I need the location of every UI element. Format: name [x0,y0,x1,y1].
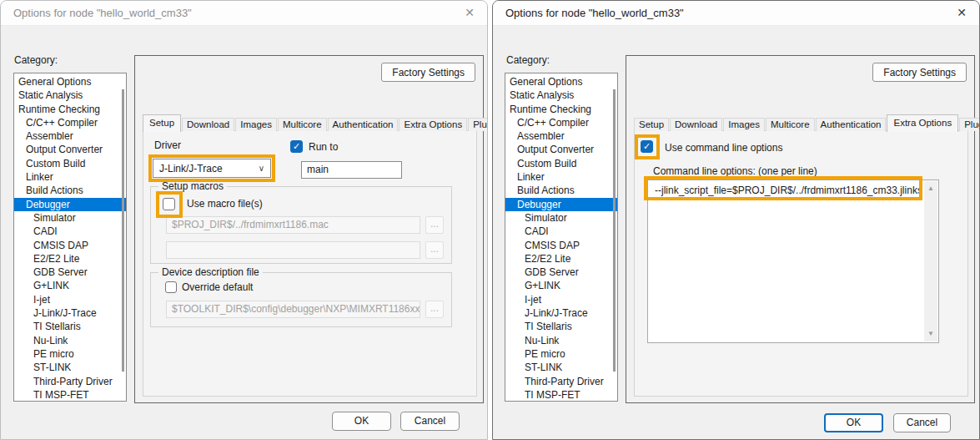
cancel-button[interactable]: Cancel [400,412,460,431]
category-list-item[interactable]: ST-LINK [505,361,617,374]
options-dialog-setup: Options for node "hello_world_cm33" ✕ Ca… [0,0,488,440]
category-list-item[interactable]: Runtime Checking [505,103,617,116]
device-description-group: Device description file Override default… [150,272,452,327]
use-command-line-options-checkbox[interactable]: ✓ [641,140,653,153]
category-list-item[interactable]: Third-Party Driver [14,375,126,388]
tab[interactable]: Download [182,118,234,131]
category-list-item[interactable]: Build Actions [505,184,617,197]
category-list-item[interactable]: Simulator [14,211,126,225]
category-list-item[interactable]: GDB Server [505,266,617,279]
category-list-item[interactable]: Linker [505,170,617,184]
tab[interactable]: Plugins [468,118,488,131]
category-list-item[interactable]: General Options [505,75,617,89]
category-list-item[interactable]: E2/E2 Lite [14,252,126,266]
tab[interactable]: Images [235,118,277,131]
scroll-up-icon[interactable]: ▲ [924,184,937,194]
category-list-item[interactable]: Assembler [14,129,126,143]
category-list-item[interactable]: I-jet [14,293,126,306]
ok-button[interactable]: OK [824,413,883,432]
category-list-item[interactable]: Nu-Link [505,334,617,347]
category-list-item[interactable]: PE micro [14,347,126,361]
use-macro-files-label: Use macro file(s) [187,198,263,210]
category-label: Category: [506,54,550,66]
category-list-item[interactable]: CADI [505,225,617,238]
factory-settings-button[interactable]: Factory Settings [381,63,475,82]
category-list-item[interactable]: Output Converter [505,143,617,156]
category-list-item[interactable]: C/C++ Compiler [14,116,126,129]
category-list-item[interactable]: GDB Server [14,266,126,279]
category-list-item[interactable]: CMSIS DAP [14,239,126,252]
tab[interactable]: Setup [143,114,181,132]
category-list-item[interactable]: C/C++ Compiler [505,116,617,129]
run-to-label: Run to [309,141,338,153]
category-list-item[interactable]: Static Analysis [14,89,126,102]
category-list-item[interactable]: Simulator [505,211,617,225]
category-list-item[interactable]: General Options [14,75,126,89]
category-list-item[interactable]: G+LINK [505,279,617,292]
tab[interactable]: Download [670,118,722,131]
category-list: General Options Static Analysis Runtime … [13,73,127,402]
category-list-item[interactable]: Debugger [14,198,126,211]
category-label: Category: [14,54,58,66]
options-panel: Factory Settings Setup Download Images M… [134,55,484,403]
category-list-item[interactable]: Linker [14,170,126,184]
category-list-item[interactable]: Runtime Checking [14,103,126,116]
device-file-browse-button: ... [425,301,444,318]
factory-settings-button[interactable]: Factory Settings [872,63,967,82]
use-macro-files-checkbox[interactable] [163,198,175,210]
tab[interactable]: Extra Options [399,118,467,131]
ok-button[interactable]: OK [332,412,391,431]
category-list-item[interactable]: Third-Party Driver [505,375,617,388]
close-icon[interactable]: ✕ [957,6,967,19]
category-list: General Options Static Analysis Runtime … [505,73,618,402]
category-list-item[interactable]: Nu-Link [14,334,126,347]
macro-file-1-field: $PROJ_DIR$/../frdmimxrt1186.mac [166,216,420,234]
override-default-checkbox[interactable] [165,281,177,293]
driver-dropdown-value: J-Link/J-Trace [159,163,223,174]
cancel-button[interactable]: Cancel [893,413,951,432]
category-list-item[interactable]: CADI [14,225,126,238]
category-list-item[interactable]: J-Link/J-Trace [14,306,126,320]
tab-bar: Setup Download Images Multicore Authenti… [143,114,488,131]
run-to-checkbox[interactable]: ✓ [290,140,303,153]
setup-macros-group: Setup macros Use macro file(s) $PROJ_DIR… [150,186,452,264]
textarea-scrollbar[interactable]: ▲ ▼ [924,181,937,341]
category-list-item[interactable]: TI MSP-FET [14,388,126,402]
category-list-item[interactable]: TI Stellaris [505,320,617,333]
list-scrollbar-thumb[interactable] [613,89,616,372]
scroll-down-icon[interactable]: ▼ [924,329,937,339]
category-list-item[interactable]: PE micro [505,347,617,361]
category-list-item[interactable]: G+LINK [14,279,126,292]
tab[interactable]: Plugins [959,118,980,131]
command-line-options-textarea[interactable]: --jlink_script_file=$PROJ_DIR$/../frdmim… [647,180,939,343]
category-list-item[interactable]: TI MSP-FET [505,388,617,402]
category-list-item[interactable]: Custom Build [505,157,617,170]
category-list-item[interactable]: J-Link/J-Trace [505,306,617,320]
override-default-label: Override default [182,281,253,293]
tab[interactable]: Authentication [328,118,399,131]
tab[interactable]: Multicore [278,118,327,131]
category-list-item[interactable]: Static Analysis [505,89,617,102]
category-list-item[interactable]: TI Stellaris [14,320,126,333]
tab[interactable]: Authentication [816,118,887,131]
list-scrollbar-thumb[interactable] [122,89,124,372]
category-list-item[interactable]: Output Converter [14,143,126,156]
close-icon[interactable]: ✕ [465,6,475,19]
category-list-item[interactable]: Assembler [505,129,617,143]
category-list-item[interactable]: Debugger [505,198,617,211]
category-list-item[interactable]: ST-LINK [14,361,126,374]
tab[interactable]: Setup [634,118,669,131]
titlebar: Options for node "hello_world_cm33" ✕ [1,1,487,26]
category-list-item[interactable]: CMSIS DAP [505,239,617,252]
category-list-item[interactable]: Build Actions [14,184,126,197]
category-list-item[interactable]: E2/E2 Lite [505,252,617,266]
category-list-item[interactable]: Custom Build [14,157,126,170]
category-list-item[interactable]: I-jet [505,293,617,306]
tab[interactable]: Images [723,118,765,131]
run-to-input[interactable]: main [301,161,402,179]
tab[interactable]: Extra Options [887,114,958,132]
driver-dropdown[interactable]: J-Link/J-Trace ∨ [153,159,271,178]
tab[interactable]: Multicore [766,118,815,131]
use-command-line-options-label: Use command line options [665,142,782,154]
extra-options-tab-page: ✓ Use command line options Command line … [634,130,968,397]
